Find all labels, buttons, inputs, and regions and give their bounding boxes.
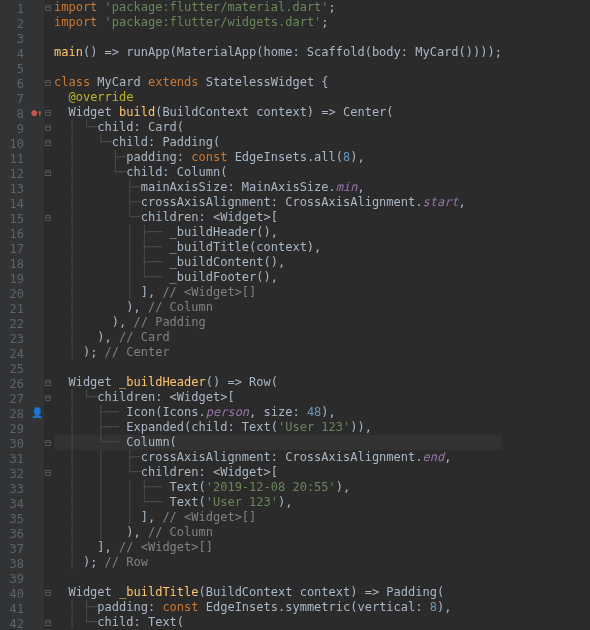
marker-empty[interactable] (30, 525, 44, 540)
marker-empty[interactable] (30, 615, 44, 630)
marker-empty[interactable] (30, 495, 44, 510)
line-number[interactable]: 38 (4, 557, 24, 572)
code-line[interactable]: Widget build(BuildContext context) => Ce… (54, 105, 502, 120)
marker-empty[interactable] (30, 240, 44, 255)
code-line[interactable] (54, 60, 502, 75)
line-number[interactable]: 22 (4, 317, 24, 332)
marker-empty[interactable] (30, 450, 44, 465)
marker-empty[interactable] (30, 600, 44, 615)
code-line[interactable]: │ ├─padding: const EdgeInsets.symmetric(… (54, 600, 502, 615)
marker-empty[interactable] (30, 195, 44, 210)
line-number[interactable]: 29 (4, 422, 24, 437)
marker-empty[interactable] (30, 180, 44, 195)
line-number[interactable]: 17 (4, 242, 24, 257)
marker-empty[interactable] (30, 225, 44, 240)
marker-empty[interactable] (30, 75, 44, 90)
line-number[interactable]: 37 (4, 542, 24, 557)
fold-toggle[interactable]: ⊟ (44, 435, 52, 450)
line-number[interactable]: 24 (4, 347, 24, 362)
line-number[interactable]: 34 (4, 497, 24, 512)
marker-empty[interactable] (30, 585, 44, 600)
code-line[interactable]: │ └── Column( (54, 435, 502, 450)
line-number[interactable]: 26 (4, 377, 24, 392)
line-number[interactable]: 25 (4, 362, 24, 377)
code-line[interactable]: │ ├── Expanded(child: Text('User 123')), (54, 420, 502, 435)
marker-empty[interactable] (30, 135, 44, 150)
fold-toggle[interactable]: ⊟ (44, 135, 52, 150)
line-number[interactable]: 8 (4, 107, 24, 122)
line-number[interactable]: 32 (4, 467, 24, 482)
marker-empty[interactable] (30, 120, 44, 135)
code-line[interactable]: │ └─child: Text( (54, 615, 502, 630)
code-line[interactable] (54, 360, 502, 375)
fold-toggle[interactable]: ⊟ (44, 375, 52, 390)
code-line[interactable]: │ │ ], // <Widget>[] (54, 285, 502, 300)
line-number[interactable]: 16 (4, 227, 24, 242)
fold-toggle[interactable]: ⊟ (44, 615, 52, 630)
line-number[interactable]: 21 (4, 302, 24, 317)
marker-empty[interactable] (30, 360, 44, 375)
code-line[interactable]: Widget _buildTitle(BuildContext context)… (54, 585, 502, 600)
code-line[interactable]: │ └─child: Padding( (54, 135, 502, 150)
code-line[interactable]: │ │ └── _buildFooter(), (54, 270, 502, 285)
line-number[interactable]: 15 (4, 212, 24, 227)
line-number[interactable]: 19 (4, 272, 24, 287)
line-number[interactable]: 14 (4, 197, 24, 212)
code-line[interactable]: │ │ ├── _buildContent(), (54, 255, 502, 270)
code-line[interactable]: │ ), // Padding (54, 315, 502, 330)
marker-empty[interactable] (30, 255, 44, 270)
code-line[interactable]: │ │ │ ├── Text('2019-12-08 20:55'), (54, 480, 502, 495)
line-number[interactable]: 20 (4, 287, 24, 302)
marker-empty[interactable] (30, 570, 44, 585)
marker-empty[interactable] (30, 555, 44, 570)
line-number[interactable]: 31 (4, 452, 24, 467)
fold-toggle[interactable]: ⊟ (44, 120, 52, 135)
marker-empty[interactable] (30, 375, 44, 390)
marker-empty[interactable] (30, 0, 44, 15)
marker-empty[interactable] (30, 390, 44, 405)
line-number[interactable]: 39 (4, 572, 24, 587)
fold-gutter[interactable]: ⊟⊟⊟⊟⊟⊟⊟⊟⊟⊟⊟⊟⊟ (44, 0, 52, 630)
fold-toggle[interactable]: ⊟ (44, 210, 52, 225)
code-line[interactable]: │ ); // Row (54, 555, 502, 570)
fold-toggle[interactable]: ⊟ (44, 390, 52, 405)
code-line[interactable]: class MyCard extends StatelessWidget { (54, 75, 502, 90)
code-line[interactable]: │ ├── Icon(Icons.person, size: 48), (54, 405, 502, 420)
line-number[interactable]: 35 (4, 512, 24, 527)
code-line[interactable]: │ │ ├─crossAxisAlignment: CrossAxisAlign… (54, 450, 502, 465)
line-number[interactable]: 1 (4, 2, 24, 17)
line-number[interactable]: 5 (4, 62, 24, 77)
fold-toggle[interactable]: ⊟ (44, 75, 52, 90)
fold-toggle[interactable]: ⊟ (44, 165, 52, 180)
line-number[interactable]: 7 (4, 92, 24, 107)
marker-empty[interactable] (30, 285, 44, 300)
line-number[interactable]: 36 (4, 527, 24, 542)
marker-gutter[interactable]: ●↑👤 (30, 0, 44, 630)
marker-empty[interactable] (30, 15, 44, 30)
code-line[interactable]: │ │ │ └── Text('User 123'), (54, 495, 502, 510)
marker-empty[interactable] (30, 345, 44, 360)
code-line[interactable]: │ └─child: Column( (54, 165, 502, 180)
line-number[interactable]: 33 (4, 482, 24, 497)
code-line[interactable] (54, 570, 502, 585)
line-number-gutter[interactable]: 1234567891011121314151617181920212223242… (0, 0, 30, 630)
line-number[interactable]: 13 (4, 182, 24, 197)
breakpoint-marker[interactable]: ●↑ (30, 105, 44, 120)
line-number[interactable]: 10 (4, 137, 24, 152)
marker-empty[interactable] (30, 465, 44, 480)
line-number[interactable]: 12 (4, 167, 24, 182)
marker-empty[interactable] (30, 270, 44, 285)
line-number[interactable]: 6 (4, 77, 24, 92)
code-line[interactable]: │ │ │ ], // <Widget>[] (54, 510, 502, 525)
marker-empty[interactable] (30, 90, 44, 105)
line-number[interactable]: 41 (4, 602, 24, 617)
marker-empty[interactable] (30, 45, 44, 60)
marker-empty[interactable] (30, 300, 44, 315)
marker-empty[interactable] (30, 30, 44, 45)
fold-toggle[interactable]: ⊟ (44, 105, 52, 120)
marker-empty[interactable] (30, 165, 44, 180)
code-line[interactable] (54, 30, 502, 45)
code-line[interactable]: │ └─child: Card( (54, 120, 502, 135)
marker-empty[interactable] (30, 330, 44, 345)
line-number[interactable]: 4 (4, 47, 24, 62)
